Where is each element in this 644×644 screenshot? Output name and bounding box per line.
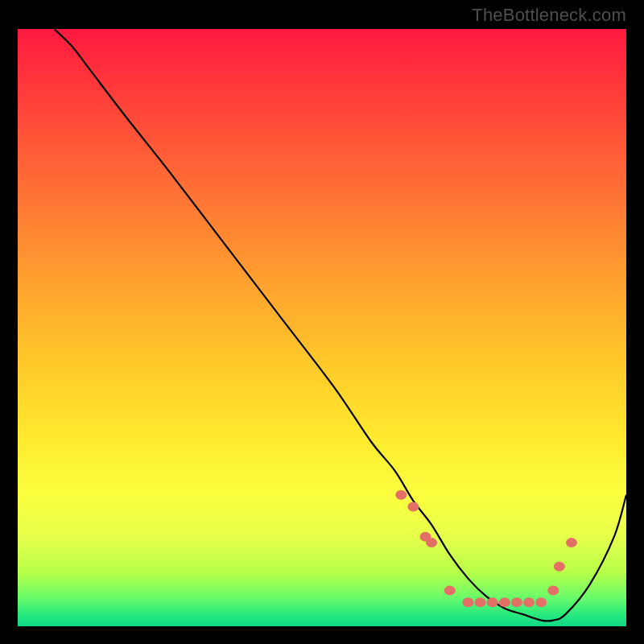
chart-svg <box>18 29 626 626</box>
data-marker <box>499 597 510 607</box>
data-marker <box>535 597 547 607</box>
curve-layer <box>54 29 626 621</box>
marker-layer <box>395 490 577 608</box>
data-marker <box>395 490 407 500</box>
data-marker <box>487 597 498 607</box>
data-marker <box>462 597 473 607</box>
data-marker <box>566 538 577 547</box>
plot-area <box>18 29 626 626</box>
data-marker <box>511 597 522 607</box>
data-marker <box>426 538 437 547</box>
watermark-text: TheBottleneck.com <box>472 5 626 26</box>
data-marker <box>444 585 456 595</box>
data-marker <box>547 585 559 595</box>
data-marker <box>475 597 486 607</box>
data-marker <box>554 562 565 572</box>
data-marker <box>523 597 535 607</box>
data-marker <box>407 502 419 512</box>
bottleneck-curve <box>54 29 626 621</box>
